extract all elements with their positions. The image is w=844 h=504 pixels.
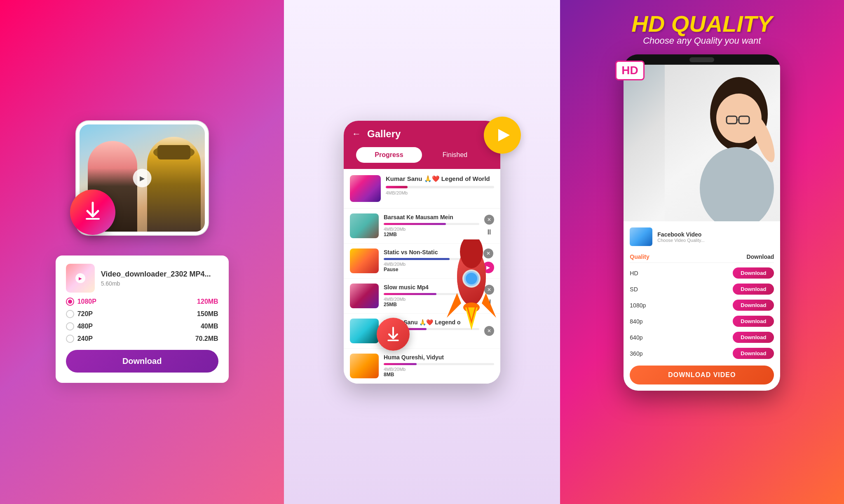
- thumbnail-play-icon: ▶: [75, 273, 85, 283]
- quality-name-hd: HD: [630, 270, 654, 277]
- download-float-button[interactable]: [377, 318, 410, 351]
- radio-group-240p[interactable]: 240P: [66, 335, 93, 343]
- quality-name-640p: 640p: [630, 334, 654, 341]
- download-circle-icon: [70, 190, 115, 235]
- radio-240p[interactable]: [66, 335, 74, 343]
- download-button-sd[interactable]: Download: [733, 284, 774, 295]
- quality-size-720p: 150MB: [197, 310, 218, 318]
- item-2-close-button[interactable]: ✕: [484, 215, 494, 225]
- fb-video-thumbnail: [630, 227, 652, 246]
- item-2-thumb: [350, 213, 379, 238]
- svg-marker-9: [447, 293, 461, 318]
- download-button-360p[interactable]: Download: [733, 348, 774, 359]
- item-6-progress-fill: [384, 363, 417, 365]
- fb-video-info: Facebook Video Choose Video Quality...: [657, 231, 705, 243]
- radio-720p[interactable]: [66, 310, 74, 318]
- phone-camera-bar: [624, 54, 780, 65]
- download-card: ▶ Video_downloader_2302 MP4... 5.60mb 10…: [56, 256, 229, 383]
- panel-middle: ← Gallery Progress Finished Kumar Sanu 🙏…: [284, 0, 560, 504]
- quality-label-480p: 480P: [77, 323, 93, 330]
- radio-group-720p[interactable]: 720P: [66, 310, 93, 318]
- item-1-progress-fill: [386, 186, 408, 188]
- gallery-title: Gallery: [367, 128, 492, 140]
- item-2-progress-fill: [384, 223, 446, 225]
- quality-label-240p: 240P: [77, 335, 93, 342]
- panel-right: HD QUALITY Choose any Quality you want H…: [560, 0, 844, 504]
- quality-name-sd: SD: [630, 286, 654, 293]
- item-1-thumb: [350, 175, 381, 202]
- quality-row-1080p[interactable]: 1080P 120MB: [66, 298, 218, 306]
- left-phone-container: ▶ ▶: [56, 121, 229, 383]
- fb-video-subtitle: Choose Video Quality...: [657, 238, 705, 243]
- hd-quality-subtitle: Choose any Quality you want: [631, 35, 772, 46]
- item-6-size-total: 8MB: [384, 372, 494, 377]
- card-header: ▶ Video_downloader_2302 MP4... 5.60mb: [66, 264, 218, 293]
- hat-shape: [153, 145, 195, 159]
- quality-panel-header: Facebook Video Choose Video Quality...: [630, 227, 774, 246]
- quality-row-360p: 360p Download: [630, 345, 774, 361]
- girl-photo-area: [624, 65, 780, 221]
- download-button-hd[interactable]: Download: [733, 267, 774, 279]
- card-thumbnail: ▶: [66, 264, 95, 293]
- radio-group-480p[interactable]: 480P: [66, 322, 93, 331]
- panel-left: ▶ ▶: [0, 0, 284, 504]
- download-video-button[interactable]: DOWNLOAD VIDEO: [630, 366, 774, 384]
- item-6-size-current: 4MB/20Mb: [384, 367, 494, 372]
- item-1-sizes: 4MB/20Mb: [386, 190, 494, 195]
- item-2-pause-button[interactable]: ⏸: [485, 228, 493, 237]
- play-float-button[interactable]: [484, 117, 521, 154]
- download-button-840p[interactable]: Download: [733, 316, 774, 327]
- quality-size-1080p: 120MB: [197, 298, 218, 305]
- download-button-640p[interactable]: Download: [733, 332, 774, 343]
- quality-row-840p: 840p Download: [630, 313, 774, 329]
- item-3-thumb: [350, 248, 379, 273]
- fb-video-title: Facebook Video: [657, 231, 705, 238]
- item-5-thumb: [350, 319, 379, 343]
- thumbnail-inner: ▶: [66, 264, 95, 293]
- quality-row-640p: 640p Download: [630, 329, 774, 345]
- hd-badge: HD: [615, 61, 644, 80]
- quality-row-sd: SD Download: [630, 281, 774, 297]
- item-2-size-current: 4MB/20Mb: [384, 227, 479, 232]
- download-button-1080p[interactable]: Download: [733, 300, 774, 311]
- quality-row-720p[interactable]: 720P 150MB: [66, 310, 218, 318]
- quality-row-480p[interactable]: 480P 40MB: [66, 322, 218, 331]
- gallery-play-button[interactable]: ▶: [133, 169, 151, 188]
- hd-header: HD QUALITY Choose any Quality you want: [631, 12, 772, 46]
- quality-size-240p: 70.2MB: [195, 335, 218, 342]
- item-6-title: Huma Qureshi, Vidyut: [384, 354, 494, 361]
- download-main-button[interactable]: Download: [66, 350, 218, 373]
- quality-label-1080p: 1080P: [77, 298, 96, 305]
- item-2-action: ✕ ⏸: [484, 215, 494, 237]
- radio-480p[interactable]: [66, 322, 74, 331]
- radio-group-1080p[interactable]: 1080P: [66, 298, 96, 306]
- gallery-item-2: Barsaat Ke Mausam Mein 4MB/20Mb 12MB ✕ ⏸: [344, 209, 500, 244]
- card-filesize: 5.60mb: [101, 280, 211, 287]
- download-column-label: Download: [746, 253, 774, 260]
- middle-panel-wrapper: ← Gallery Progress Finished Kumar Sanu 🙏…: [344, 121, 500, 384]
- quality-label-720p: 720P: [77, 310, 93, 318]
- item-2-size-total: 12MB: [384, 232, 479, 237]
- tab-finished[interactable]: Finished: [422, 147, 488, 163]
- item-1-title: Kumar Sanu 🙏❤️ Legend of World: [386, 175, 494, 183]
- item-1-info: Kumar Sanu 🙏❤️ Legend of World 4MB/20Mb: [386, 175, 494, 195]
- quality-size-480p: 40MB: [201, 323, 218, 330]
- hat-top: [157, 145, 190, 159]
- back-button[interactable]: ←: [352, 129, 361, 139]
- item-6-info: Huma Qureshi, Vidyut 4MB/20Mb 8MB: [384, 354, 494, 377]
- tab-progress[interactable]: Progress: [356, 147, 422, 163]
- quality-row-1080p: 1080p Download: [630, 297, 774, 313]
- card-title: Video_downloader_2302 MP4...: [101, 270, 211, 279]
- quality-row-240p[interactable]: 240P 70.2MB: [66, 335, 218, 343]
- item-6-thumb: [350, 354, 379, 378]
- rocket-decoration: [438, 239, 513, 342]
- item-2-info: Barsaat Ke Mausam Mein 4MB/20Mb 12MB: [384, 214, 479, 237]
- download-arrow-icon: [82, 201, 103, 224]
- radio-1080p[interactable]: [66, 298, 74, 306]
- quality-name-360p: 360p: [630, 350, 654, 357]
- camera-notch: [689, 57, 714, 62]
- item-4-thumb: [350, 284, 379, 308]
- item-2-title: Barsaat Ke Mausam Mein: [384, 214, 479, 220]
- item-6-progress-bar: [384, 363, 494, 365]
- person-silhouette-2: [147, 137, 201, 232]
